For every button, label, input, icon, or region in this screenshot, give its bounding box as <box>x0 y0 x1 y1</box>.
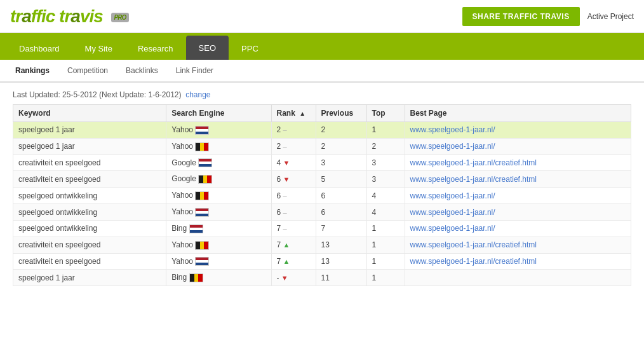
cell-engine: Yahoo <box>166 237 271 253</box>
flag-icon <box>198 158 212 167</box>
best-page-link[interactable]: www.speelgoed-1-jaar.nl/ <box>410 208 495 217</box>
best-page-link[interactable]: www.speelgoed-1-jaar.nl/creatief.html <box>410 240 537 249</box>
tab-dashboard[interactable]: Dashboard <box>6 37 72 60</box>
cell-engine: Yahoo <box>166 122 271 139</box>
header: traffic travis PRO SHARE TRAFFIC TRAVIS … <box>0 0 644 33</box>
tab-ppc[interactable]: PPC <box>229 37 271 60</box>
table-row: creativiteit en speelgoedYahoo 7 ▲131www… <box>13 237 631 253</box>
cell-keyword: speelgoed 1 jaar <box>13 270 166 286</box>
cell-best-page <box>405 270 631 286</box>
cell-best-page: www.speelgoed-1-jaar.nl/creatief.html <box>405 155 631 171</box>
cell-best-page: www.speelgoed-1-jaar.nl/creatief.html <box>405 253 631 270</box>
cell-top: 2 <box>366 138 405 155</box>
tab-mysite[interactable]: My Site <box>72 37 125 60</box>
cell-best-page: www.speelgoed-1-jaar.nl/ <box>405 188 631 204</box>
cell-engine: Google <box>166 171 271 188</box>
active-project-label: Active Project <box>587 12 634 21</box>
col-header-bestpage: Best Page <box>405 105 631 122</box>
subtab-linkfinder[interactable]: Link Finder <box>167 61 222 80</box>
table-row: creativiteit en speelgoedGoogle 6 ▼53www… <box>13 171 631 188</box>
cell-keyword: creativiteit en speelgoed <box>13 237 166 253</box>
best-page-link[interactable]: www.speelgoed-1-jaar.nl/creatief.html <box>410 158 537 167</box>
cell-keyword: speelgoed 1 jaar <box>13 122 166 139</box>
cell-best-page: www.speelgoed-1-jaar.nl/ <box>405 138 631 155</box>
best-page-link[interactable]: www.speelgoed-1-jaar.nl/ <box>410 224 495 233</box>
trend-down-icon: ▼ <box>281 274 288 282</box>
cell-top: 1 <box>366 237 405 253</box>
pro-badge: PRO <box>111 13 130 22</box>
cell-top: 1 <box>366 270 405 286</box>
flag-icon <box>195 257 209 266</box>
tab-research[interactable]: Research <box>125 37 186 60</box>
best-page-link[interactable]: www.speelgoed-1-jaar.nl/creatief.html <box>410 257 537 266</box>
cell-engine: Bing <box>166 270 271 286</box>
cell-top: 1 <box>366 220 405 237</box>
trend-neutral-icon: – <box>283 224 287 232</box>
cell-top: 4 <box>366 188 405 204</box>
rankings-table: Keyword Search Engine Rank ▲ Previous To… <box>13 104 631 286</box>
cell-previous: 13 <box>316 253 366 270</box>
cell-keyword: speelgoed ontwikkeling <box>13 220 166 237</box>
flag-icon <box>198 175 212 184</box>
update-bar: Last Updated: 25-5-2012 (Next Update: 1-… <box>13 83 631 104</box>
cell-rank: 6 – <box>271 204 316 221</box>
sub-tabs: Rankings Competition Backlinks Link Find… <box>0 60 644 83</box>
sort-arrow-rank: ▲ <box>299 110 305 117</box>
cell-top: 1 <box>366 122 405 139</box>
cell-rank: 6 – <box>271 188 316 204</box>
trend-neutral-icon: – <box>283 126 287 134</box>
trend-neutral-icon: – <box>283 142 287 150</box>
trend-down-icon: ▼ <box>283 176 290 183</box>
update-text: Last Updated: 25-5-2012 (Next Update: 1-… <box>13 90 182 99</box>
cell-previous: 2 <box>316 122 366 139</box>
trend-up-icon: ▲ <box>283 258 290 265</box>
subtab-competition[interactable]: Competition <box>58 61 117 80</box>
best-page-link[interactable]: www.speelgoed-1-jaar.nl/ <box>410 125 495 134</box>
cell-top: 3 <box>366 171 405 188</box>
cell-previous: 6 <box>316 204 366 221</box>
cell-rank: - ▼ <box>271 270 316 286</box>
share-traffic-travis-button[interactable]: SHARE TRAFFIC TRAVIS <box>462 7 580 26</box>
cell-rank: 2 – <box>271 122 316 139</box>
cell-top: 3 <box>366 155 405 171</box>
cell-rank: 7 – <box>271 220 316 237</box>
table-row: speelgoed ontwikkelingYahoo 6 –64www.spe… <box>13 204 631 221</box>
best-page-link[interactable]: www.speelgoed-1-jaar.nl/creatief.html <box>410 175 537 184</box>
change-link[interactable]: change <box>185 90 210 99</box>
table-row: speelgoed ontwikkelingYahoo 6 –64www.spe… <box>13 188 631 204</box>
content-area: Last Updated: 25-5-2012 (Next Update: 1-… <box>0 83 644 286</box>
cell-best-page: www.speelgoed-1-jaar.nl/creatief.html <box>405 171 631 188</box>
cell-top: 4 <box>366 204 405 221</box>
flag-icon <box>195 208 209 217</box>
cell-previous: 2 <box>316 138 366 155</box>
cell-best-page: www.speelgoed-1-jaar.nl/ <box>405 220 631 237</box>
cell-rank: 7 ▲ <box>271 253 316 270</box>
cell-previous: 3 <box>316 155 366 171</box>
cell-rank: 6 ▼ <box>271 171 316 188</box>
cell-engine: Yahoo <box>166 204 271 221</box>
cell-previous: 5 <box>316 171 366 188</box>
cell-keyword: creativiteit en speelgoed <box>13 253 166 270</box>
table-row: speelgoed ontwikkelingBing 7 –71www.spee… <box>13 220 631 237</box>
col-header-previous: Previous <box>316 105 366 122</box>
tab-seo[interactable]: SEO <box>186 36 229 60</box>
cell-engine: Bing <box>166 220 271 237</box>
subtab-rankings[interactable]: Rankings <box>6 61 58 80</box>
cell-rank: 4 ▼ <box>271 155 316 171</box>
flag-icon <box>195 241 209 250</box>
cell-keyword: creativiteit en speelgoed <box>13 171 166 188</box>
table-row: creativiteit en speelgoedYahoo 7 ▲131www… <box>13 253 631 270</box>
cell-top: 1 <box>366 253 405 270</box>
best-page-link[interactable]: www.speelgoed-1-jaar.nl/ <box>410 142 495 151</box>
flag-icon <box>195 126 209 135</box>
trend-neutral-icon: – <box>283 192 287 200</box>
cell-engine: Yahoo <box>166 253 271 270</box>
cell-best-page: www.speelgoed-1-jaar.nl/ <box>405 122 631 139</box>
cell-keyword: speelgoed ontwikkeling <box>13 204 166 221</box>
cell-best-page: www.speelgoed-1-jaar.nl/ <box>405 204 631 221</box>
logo: traffic travis PRO <box>10 6 129 26</box>
cell-engine: Yahoo <box>166 188 271 204</box>
subtab-backlinks[interactable]: Backlinks <box>117 61 167 80</box>
col-header-rank[interactable]: Rank ▲ <box>271 105 316 122</box>
best-page-link[interactable]: www.speelgoed-1-jaar.nl/ <box>410 191 495 200</box>
